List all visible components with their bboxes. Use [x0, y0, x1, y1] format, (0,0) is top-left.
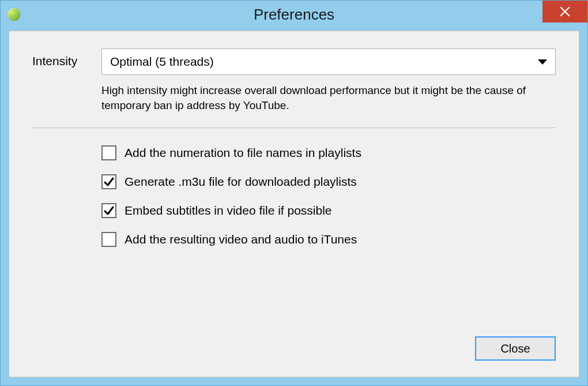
options-list: Add the numeration to file names in play…	[101, 145, 556, 247]
intensity-row: Intensity Optimal (5 threads) High inten…	[32, 48, 556, 113]
preferences-window: Preferences Intensity Optimal (5 threads…	[0, 0, 588, 386]
option-add-to-itunes[interactable]: Add the resulting video and audio to iTu…	[101, 232, 556, 247]
option-embed-subtitles[interactable]: Embed subtitles in video file if possibl…	[101, 203, 556, 218]
checkmark-icon	[104, 205, 114, 216]
option-label: Generate .m3u file for downloaded playli…	[125, 175, 357, 189]
checkmark-icon	[104, 177, 114, 187]
intensity-field-col: Optimal (5 threads) High intensity might…	[101, 48, 556, 113]
option-generate-m3u[interactable]: Generate .m3u file for downloaded playli…	[101, 174, 556, 189]
option-label: Add the resulting video and audio to iTu…	[125, 233, 357, 246]
intensity-dropdown[interactable]: Optimal (5 threads)	[101, 48, 556, 75]
titlebar: Preferences	[1, 1, 587, 28]
close-icon	[560, 6, 570, 17]
checkbox-add-numeration[interactable]	[101, 145, 116, 160]
intensity-selected-value: Optimal (5 threads)	[110, 55, 214, 69]
client-area: Intensity Optimal (5 threads) High inten…	[9, 31, 579, 377]
chevron-down-icon	[538, 59, 547, 65]
intensity-hint: High intensity might increase overall do…	[101, 83, 551, 113]
checkbox-embed-subtitles[interactable]	[101, 203, 116, 218]
checkbox-generate-m3u[interactable]	[101, 174, 116, 189]
checkbox-add-to-itunes[interactable]	[101, 232, 116, 247]
option-add-numeration[interactable]: Add the numeration to file names in play…	[101, 145, 556, 160]
close-button-label: Close	[500, 342, 530, 355]
close-button[interactable]: Close	[475, 336, 556, 361]
app-icon	[7, 8, 20, 21]
option-label: Embed subtitles in video file if possibl…	[125, 204, 332, 218]
separator	[32, 128, 556, 128]
titlebar-close-button[interactable]	[542, 1, 587, 23]
window-title: Preferences	[1, 6, 587, 24]
option-label: Add the numeration to file names in play…	[125, 146, 361, 160]
footer: Close	[475, 336, 556, 361]
intensity-label: Intensity	[32, 48, 101, 68]
